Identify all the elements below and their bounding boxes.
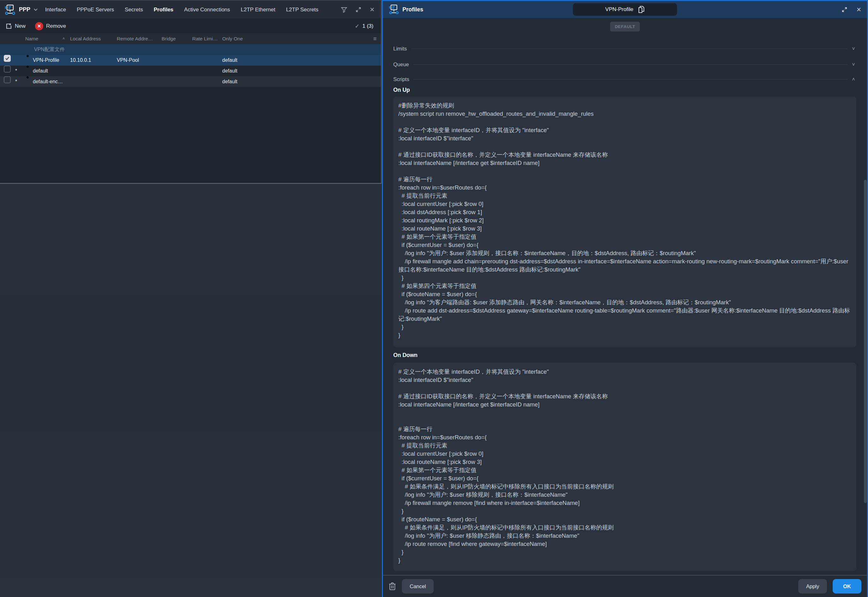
profile-detail-window: Profiles VPN-Profile ✕ DEFA (382, 0, 868, 597)
on-down-label: On Down (393, 352, 418, 359)
column-header-rate-limit[interactable]: Rate Limi… (192, 33, 218, 44)
section-limits[interactable]: Limits ˅ (393, 44, 855, 53)
chevron-up-icon: ˄ (852, 76, 855, 82)
row-name: VPN-Profile (33, 55, 60, 65)
chevron-down-icon (33, 8, 38, 11)
columns-menu-icon[interactable]: ≡ (373, 33, 377, 44)
column-header-only-one[interactable]: Only One (222, 33, 243, 44)
row-remote-address: VPN-Pool (117, 55, 139, 65)
menu-item-active-connections[interactable]: Active Connections (179, 7, 235, 13)
default-badge: DEFAULT (610, 22, 640, 31)
sort-asc-icon[interactable]: ˄ (63, 33, 65, 44)
ppp-window: PPP Interface PPPoE Servers Secrets Prof… (0, 0, 382, 184)
row-name: default (33, 65, 48, 76)
ok-button[interactable]: OK (833, 579, 861, 594)
table-row[interactable]: VPN-Profile 10.10.0.1 VPN-Pool default (0, 55, 381, 65)
row-name: default-enc… (33, 76, 63, 87)
profiles-window-icon (389, 4, 399, 15)
section-queue[interactable]: Queue ˅ (393, 59, 855, 69)
detail-titlebar: Profiles VPN-Profile ✕ (383, 1, 867, 18)
close-icon[interactable]: ✕ (369, 6, 375, 13)
filter-icon[interactable] (341, 7, 347, 13)
ppp-app-icon (4, 4, 16, 15)
copy-icon[interactable] (638, 6, 645, 13)
chevron-down-icon: ˅ (852, 46, 855, 52)
apply-button[interactable]: Apply (798, 579, 827, 594)
ppp-menu-root[interactable]: PPP (4, 4, 40, 15)
remove-button-label: Remove (46, 23, 66, 29)
on-up-script-field[interactable]: #删除异常失效的规则 /system script run remove_hw_… (393, 97, 856, 347)
column-header-bridge[interactable]: Bridge (162, 33, 176, 44)
section-limits-label: Limits (393, 46, 407, 52)
row-only-one: default (222, 55, 237, 65)
menu-item-interface[interactable]: Interface (40, 7, 71, 13)
chevron-down-icon: ˅ (852, 61, 855, 67)
on-up-script-text: #删除异常失效的规则 /system script run remove_hw_… (398, 101, 851, 339)
list-toolbar: New ✕ Remove ✓ 1 (3) (0, 19, 381, 33)
expand-icon[interactable] (841, 7, 847, 13)
menu-item-pppoe-servers[interactable]: PPPoE Servers (71, 7, 119, 13)
new-icon (5, 23, 12, 30)
row-local-address: 10.10.0.1 (70, 55, 91, 65)
remove-button[interactable]: ✕ Remove (35, 22, 66, 30)
column-header-remote-address[interactable]: Remote Addre… (117, 33, 153, 44)
profile-name-chip[interactable]: VPN-Profile (573, 3, 677, 16)
cancel-button[interactable]: Cancel (402, 579, 434, 594)
section-queue-label: Queue (393, 61, 409, 67)
row-checkbox-unchecked[interactable] (4, 76, 11, 83)
on-down-script-field[interactable]: # 定义一个本地变量 interfaceID，并将其值设为 "interface… (393, 363, 856, 571)
column-header-local-address[interactable]: Local Address (70, 33, 101, 44)
row-only-one: default (222, 76, 237, 87)
ppp-menubar: PPP Interface PPPoE Servers Secrets Prof… (0, 1, 381, 19)
profile-name: VPN-Profile (605, 6, 633, 13)
table-row[interactable]: * default default (0, 65, 381, 76)
selection-count: ✓ 1 (3) (355, 23, 376, 30)
selection-count-value: 1 (3) (362, 23, 374, 29)
ppp-app-label: PPP (19, 6, 30, 13)
row-checkbox-checked[interactable] (4, 55, 11, 62)
row-checkbox-unchecked[interactable] (4, 65, 11, 73)
close-icon[interactable]: ✕ (856, 6, 861, 13)
table-header: Name ˄ Local Address Remote Addre… Bridg… (0, 33, 381, 44)
row-default-flag: * (15, 76, 17, 87)
row-default-flag: * (15, 65, 17, 76)
row-bullet-icon (27, 65, 29, 68)
section-divider (411, 49, 847, 49)
table-row[interactable]: * default-enc… default (0, 76, 381, 87)
table-group-row[interactable]: VPN配置文件 (0, 44, 381, 55)
row-only-one: default (222, 65, 237, 76)
remove-icon: ✕ (35, 22, 43, 30)
detail-footer: Cancel Apply OK (383, 575, 867, 597)
expand-icon[interactable] (356, 7, 362, 13)
menu-item-profiles[interactable]: Profiles (148, 7, 179, 13)
menu-item-secrets[interactable]: Secrets (119, 7, 148, 13)
on-down-script-text: # 定义一个本地变量 interfaceID，并将其值设为 "interface… (398, 368, 851, 564)
new-button[interactable]: New (5, 23, 25, 30)
group-row-label: VPN配置文件 (34, 44, 65, 55)
column-header-name[interactable]: Name (25, 33, 38, 44)
check-icon: ✓ (355, 23, 359, 30)
trash-icon[interactable] (389, 582, 396, 591)
row-bullet-icon (27, 55, 29, 57)
section-divider (414, 64, 848, 65)
scrollbar-thumb[interactable] (864, 180, 867, 503)
row-bullet-icon (27, 76, 29, 79)
menu-item-l2tp-ethernet[interactable]: L2TP Ethernet (235, 7, 281, 13)
section-scripts-label: Scripts (393, 76, 409, 82)
detail-window-title: Profiles (402, 6, 423, 13)
new-button-label: New (15, 23, 25, 29)
on-up-label: On Up (393, 87, 410, 94)
menu-item-l2tp-secrets[interactable]: L2TP Secrets (281, 7, 324, 13)
section-scripts[interactable]: Scripts ˄ (393, 74, 855, 84)
